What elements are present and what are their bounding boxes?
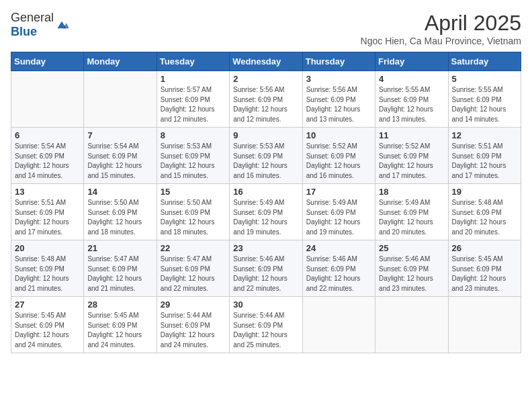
weekday-header-tuesday: Tuesday xyxy=(157,52,229,71)
logo-blue-text: Blue xyxy=(11,25,37,38)
logo-icon xyxy=(55,18,69,32)
day-info: Sunrise: 5:45 AM Sunset: 6:09 PM Dayligh… xyxy=(15,311,80,350)
page-header: General Blue April 2025 Ngoc Hien, Ca Ma… xyxy=(11,11,521,46)
calendar-cell: 20Sunrise: 5:48 AM Sunset: 6:09 PM Dayli… xyxy=(11,240,84,297)
calendar-cell: 24Sunrise: 5:46 AM Sunset: 6:09 PM Dayli… xyxy=(302,240,375,297)
day-info: Sunrise: 5:54 AM Sunset: 6:09 PM Dayligh… xyxy=(15,142,80,181)
calendar-cell: 27Sunrise: 5:45 AM Sunset: 6:09 PM Dayli… xyxy=(11,297,84,353)
calendar-cell: 16Sunrise: 5:49 AM Sunset: 6:09 PM Dayli… xyxy=(230,184,302,240)
calendar-cell: 30Sunrise: 5:44 AM Sunset: 6:09 PM Dayli… xyxy=(230,297,302,353)
calendar-cell: 28Sunrise: 5:45 AM Sunset: 6:09 PM Dayli… xyxy=(84,297,157,353)
day-number: 20 xyxy=(15,243,80,253)
day-info: Sunrise: 5:54 AM Sunset: 6:09 PM Dayligh… xyxy=(87,142,152,181)
day-number: 22 xyxy=(161,243,226,253)
day-info: Sunrise: 5:51 AM Sunset: 6:09 PM Dayligh… xyxy=(15,198,80,237)
calendar-cell: 5Sunrise: 5:55 AM Sunset: 6:09 PM Daylig… xyxy=(448,71,521,128)
day-number: 29 xyxy=(161,300,226,310)
day-number: 30 xyxy=(233,300,298,310)
day-number: 18 xyxy=(379,187,444,197)
day-info: Sunrise: 5:44 AM Sunset: 6:09 PM Dayligh… xyxy=(233,311,298,350)
calendar-cell: 4Sunrise: 5:55 AM Sunset: 6:09 PM Daylig… xyxy=(375,71,448,128)
day-number: 23 xyxy=(233,243,298,253)
day-number: 28 xyxy=(87,300,152,310)
calendar-cell: 15Sunrise: 5:50 AM Sunset: 6:09 PM Dayli… xyxy=(157,184,229,240)
week-row-5: 27Sunrise: 5:45 AM Sunset: 6:09 PM Dayli… xyxy=(11,297,521,353)
calendar-cell: 2Sunrise: 5:56 AM Sunset: 6:09 PM Daylig… xyxy=(230,71,302,128)
calendar-cell: 12Sunrise: 5:51 AM Sunset: 6:09 PM Dayli… xyxy=(448,128,521,184)
calendar-cell: 1Sunrise: 5:57 AM Sunset: 6:09 PM Daylig… xyxy=(157,71,229,128)
day-info: Sunrise: 5:52 AM Sunset: 6:09 PM Dayligh… xyxy=(306,142,371,181)
day-info: Sunrise: 5:51 AM Sunset: 6:09 PM Dayligh… xyxy=(452,142,517,181)
weekday-header-row: SundayMondayTuesdayWednesdayThursdayFrid… xyxy=(11,52,521,71)
calendar-cell xyxy=(84,71,157,128)
day-info: Sunrise: 5:46 AM Sunset: 6:09 PM Dayligh… xyxy=(233,255,298,293)
day-number: 9 xyxy=(233,130,298,140)
calendar-cell: 29Sunrise: 5:44 AM Sunset: 6:09 PM Dayli… xyxy=(157,297,229,353)
day-number: 12 xyxy=(452,130,517,140)
calendar-cell: 10Sunrise: 5:52 AM Sunset: 6:09 PM Dayli… xyxy=(302,128,375,184)
logo-general-text: General xyxy=(11,11,54,24)
calendar-cell xyxy=(11,71,84,128)
calendar-cell: 13Sunrise: 5:51 AM Sunset: 6:09 PM Dayli… xyxy=(11,184,84,240)
week-row-3: 13Sunrise: 5:51 AM Sunset: 6:09 PM Dayli… xyxy=(11,184,521,240)
calendar-cell: 11Sunrise: 5:52 AM Sunset: 6:09 PM Dayli… xyxy=(375,128,448,184)
calendar-cell: 17Sunrise: 5:49 AM Sunset: 6:09 PM Dayli… xyxy=(302,184,375,240)
day-number: 10 xyxy=(306,130,371,140)
day-number: 4 xyxy=(379,74,444,84)
day-info: Sunrise: 5:46 AM Sunset: 6:09 PM Dayligh… xyxy=(306,255,371,293)
day-info: Sunrise: 5:45 AM Sunset: 6:09 PM Dayligh… xyxy=(452,255,517,293)
day-number: 19 xyxy=(452,187,517,197)
weekday-header-wednesday: Wednesday xyxy=(230,52,302,71)
day-number: 21 xyxy=(87,243,152,253)
calendar-table: SundayMondayTuesdayWednesdayThursdayFrid… xyxy=(11,52,521,353)
day-info: Sunrise: 5:50 AM Sunset: 6:09 PM Dayligh… xyxy=(87,198,152,237)
day-info: Sunrise: 5:56 AM Sunset: 6:09 PM Dayligh… xyxy=(306,85,371,124)
day-number: 14 xyxy=(87,187,152,197)
day-number: 1 xyxy=(161,74,226,84)
day-number: 11 xyxy=(379,130,444,140)
week-row-4: 20Sunrise: 5:48 AM Sunset: 6:09 PM Dayli… xyxy=(11,240,521,297)
day-number: 8 xyxy=(161,130,226,140)
day-info: Sunrise: 5:48 AM Sunset: 6:09 PM Dayligh… xyxy=(452,198,517,237)
calendar-cell: 25Sunrise: 5:46 AM Sunset: 6:09 PM Dayli… xyxy=(375,240,448,297)
day-info: Sunrise: 5:53 AM Sunset: 6:09 PM Dayligh… xyxy=(161,142,226,181)
calendar-cell: 26Sunrise: 5:45 AM Sunset: 6:09 PM Dayli… xyxy=(448,240,521,297)
weekday-header-saturday: Saturday xyxy=(448,52,521,71)
week-row-2: 6Sunrise: 5:54 AM Sunset: 6:09 PM Daylig… xyxy=(11,128,521,184)
calendar-cell: 22Sunrise: 5:47 AM Sunset: 6:09 PM Dayli… xyxy=(157,240,229,297)
calendar-cell: 8Sunrise: 5:53 AM Sunset: 6:09 PM Daylig… xyxy=(157,128,229,184)
day-number: 5 xyxy=(452,74,517,84)
day-info: Sunrise: 5:49 AM Sunset: 6:09 PM Dayligh… xyxy=(306,198,371,237)
calendar-cell: 19Sunrise: 5:48 AM Sunset: 6:09 PM Dayli… xyxy=(448,184,521,240)
calendar-cell: 21Sunrise: 5:47 AM Sunset: 6:09 PM Dayli… xyxy=(84,240,157,297)
day-number: 25 xyxy=(379,243,444,253)
weekday-header-friday: Friday xyxy=(375,52,448,71)
weekday-header-thursday: Thursday xyxy=(302,52,375,71)
logo: General Blue xyxy=(11,11,69,39)
day-info: Sunrise: 5:57 AM Sunset: 6:09 PM Dayligh… xyxy=(161,85,226,124)
location-text: Ngoc Hien, Ca Mau Province, Vietnam xyxy=(361,36,521,46)
day-info: Sunrise: 5:45 AM Sunset: 6:09 PM Dayligh… xyxy=(87,311,152,350)
day-info: Sunrise: 5:52 AM Sunset: 6:09 PM Dayligh… xyxy=(379,142,444,181)
day-number: 17 xyxy=(306,187,371,197)
title-section: April 2025 Ngoc Hien, Ca Mau Province, V… xyxy=(361,11,521,46)
month-title: April 2025 xyxy=(361,11,521,36)
calendar-cell xyxy=(448,297,521,353)
weekday-header-monday: Monday xyxy=(84,52,157,71)
calendar-cell: 7Sunrise: 5:54 AM Sunset: 6:09 PM Daylig… xyxy=(84,128,157,184)
calendar-cell: 23Sunrise: 5:46 AM Sunset: 6:09 PM Dayli… xyxy=(230,240,302,297)
calendar-cell: 6Sunrise: 5:54 AM Sunset: 6:09 PM Daylig… xyxy=(11,128,84,184)
calendar-cell: 9Sunrise: 5:53 AM Sunset: 6:09 PM Daylig… xyxy=(230,128,302,184)
day-info: Sunrise: 5:46 AM Sunset: 6:09 PM Dayligh… xyxy=(379,255,444,293)
day-info: Sunrise: 5:53 AM Sunset: 6:09 PM Dayligh… xyxy=(233,142,298,181)
day-info: Sunrise: 5:47 AM Sunset: 6:09 PM Dayligh… xyxy=(161,255,226,293)
calendar-cell: 3Sunrise: 5:56 AM Sunset: 6:09 PM Daylig… xyxy=(302,71,375,128)
day-number: 26 xyxy=(452,243,517,253)
day-info: Sunrise: 5:55 AM Sunset: 6:09 PM Dayligh… xyxy=(379,85,444,124)
day-info: Sunrise: 5:50 AM Sunset: 6:09 PM Dayligh… xyxy=(161,198,226,237)
week-row-1: 1Sunrise: 5:57 AM Sunset: 6:09 PM Daylig… xyxy=(11,71,521,128)
day-number: 3 xyxy=(306,74,371,84)
day-number: 13 xyxy=(15,187,80,197)
calendar-cell xyxy=(375,297,448,353)
day-info: Sunrise: 5:55 AM Sunset: 6:09 PM Dayligh… xyxy=(452,85,517,124)
